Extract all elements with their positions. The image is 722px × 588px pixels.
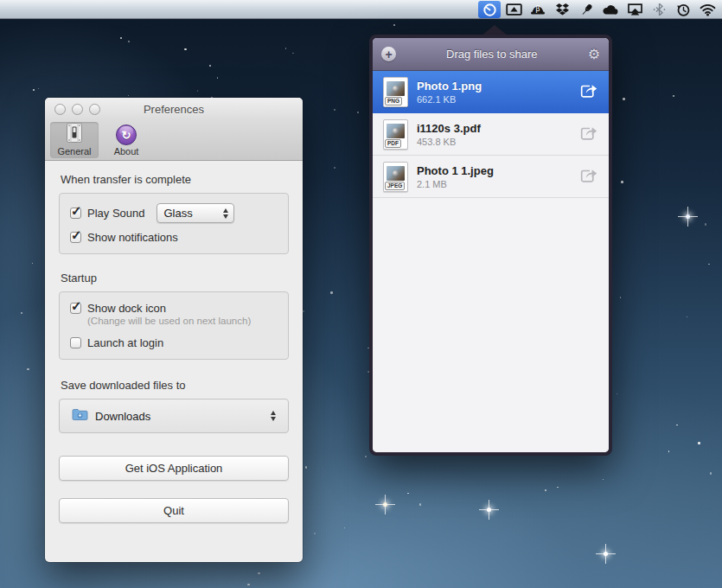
checkmark-icon: ✓ bbox=[71, 227, 82, 243]
drop-area[interactable] bbox=[373, 198, 609, 452]
tab-about[interactable]: ↻ About bbox=[102, 122, 150, 158]
file-name: i1120s 3.pdf bbox=[417, 122, 570, 135]
show-notifications-label: Show notifications bbox=[87, 231, 178, 244]
file-type-icon: PDF bbox=[383, 119, 408, 150]
file-badge: PDF bbox=[385, 139, 401, 148]
startup-section-label: Startup bbox=[61, 272, 289, 284]
tab-general-label: General bbox=[57, 146, 91, 157]
file-row[interactable]: PNG Photo 1.png 662.1 KB bbox=[373, 71, 609, 113]
share-icon[interactable] bbox=[578, 124, 598, 145]
menu-item-airplay[interactable] bbox=[623, 0, 647, 19]
file-name: Photo 1.png bbox=[417, 80, 570, 93]
save-folder-value: Downloads bbox=[95, 410, 150, 423]
transfer-groupbox: ✓ Play Sound Glass ✓ Show notifications bbox=[59, 193, 289, 254]
window-title: Preferences bbox=[144, 103, 204, 116]
launch-at-login-label: Launch at login bbox=[87, 336, 163, 349]
bluetooth-icon bbox=[652, 3, 667, 16]
plus-icon: + bbox=[385, 48, 392, 61]
checkmark-icon: ✓ bbox=[71, 203, 82, 219]
stepper-arrows-icon bbox=[211, 208, 228, 219]
share-app-icon bbox=[482, 3, 497, 17]
menu-item-dropbox[interactable] bbox=[550, 0, 574, 19]
file-type-icon: PNG bbox=[383, 77, 408, 107]
tab-general[interactable]: General bbox=[50, 122, 99, 158]
save-folder-select[interactable]: Downloads bbox=[59, 399, 289, 433]
show-dock-icon-label: Show dock icon bbox=[87, 302, 166, 315]
file-name: Photo 1 1.jpeg bbox=[417, 164, 570, 177]
switch-icon bbox=[64, 122, 85, 146]
gear-icon: ⚙ bbox=[588, 47, 600, 61]
cloud-icon bbox=[602, 3, 619, 16]
menu-bar-extras: β bbox=[477, 0, 719, 19]
menu-item-wifi[interactable] bbox=[695, 0, 719, 19]
share-icon[interactable] bbox=[578, 81, 598, 103]
stepper-arrows-icon bbox=[259, 411, 276, 421]
downloads-folder-icon bbox=[72, 408, 88, 424]
eject-box-icon bbox=[506, 3, 522, 16]
preferences-toolbar: General ↻ About bbox=[45, 120, 303, 161]
save-section-label: Save downloaded files to bbox=[61, 379, 289, 392]
show-notifications-checkbox[interactable]: ✓ bbox=[70, 232, 81, 243]
sound-select-value: Glass bbox=[164, 207, 193, 220]
wifi-icon bbox=[700, 3, 716, 16]
sound-select[interactable]: Glass bbox=[157, 203, 234, 223]
menu-item-bluetooth[interactable] bbox=[647, 0, 671, 19]
checkmark-icon: ✓ bbox=[71, 298, 82, 314]
time-machine-icon bbox=[676, 3, 691, 17]
share-popover: + Drag files to share ⚙ PNG Photo 1.png … bbox=[369, 35, 612, 456]
menu-item-beta-hat[interactable]: β bbox=[526, 0, 550, 19]
show-dock-icon-checkbox[interactable]: ✓ bbox=[70, 303, 81, 314]
file-row[interactable]: PDF i1120s 3.pdf 453.8 KB bbox=[373, 113, 609, 156]
menu-item-share-app[interactable] bbox=[478, 1, 501, 18]
tab-about-label: About bbox=[114, 146, 139, 157]
title-bar[interactable]: Preferences bbox=[45, 98, 303, 120]
airplay-icon bbox=[627, 3, 643, 16]
quit-button[interactable]: Quit bbox=[59, 498, 289, 523]
dock-change-note: (Change will be used on next launch) bbox=[87, 316, 278, 326]
popover-frame: + Drag files to share ⚙ PNG Photo 1.png … bbox=[369, 35, 612, 456]
menu-bar: β bbox=[0, 0, 722, 19]
file-size: 662.1 KB bbox=[417, 94, 570, 105]
menu-item-pin[interactable] bbox=[574, 0, 598, 19]
preferences-window: Preferences General ↻ About bbox=[45, 98, 303, 562]
file-row[interactable]: JPEG Photo 1 1.jpeg 2.1 MB bbox=[373, 156, 609, 198]
popover-header: + Drag files to share ⚙ bbox=[373, 38, 609, 71]
menu-item-cloud[interactable] bbox=[598, 0, 623, 19]
beta-hat-icon: β bbox=[530, 3, 546, 16]
popover-title: Drag files to share bbox=[396, 48, 588, 61]
close-button[interactable] bbox=[54, 104, 66, 115]
add-file-button[interactable]: + bbox=[381, 47, 396, 61]
dropbox-icon bbox=[555, 3, 570, 16]
startup-groupbox: ✓ Show dock icon (Change will be used on… bbox=[59, 291, 289, 360]
get-ios-application-button[interactable]: Get iOS Application bbox=[59, 456, 289, 481]
play-sound-label: Play Sound bbox=[87, 207, 145, 220]
menu-item-time-machine[interactable] bbox=[671, 0, 695, 19]
svg-text:β: β bbox=[535, 4, 540, 13]
minimize-button[interactable] bbox=[72, 104, 83, 115]
play-sound-checkbox[interactable]: ✓ bbox=[70, 208, 81, 219]
zoom-button[interactable] bbox=[89, 104, 100, 115]
pin-icon bbox=[579, 3, 594, 17]
file-size: 453.8 KB bbox=[417, 137, 570, 147]
preferences-content: When transfer is complete ✓ Play Sound G… bbox=[45, 173, 303, 523]
file-type-icon: JPEG bbox=[383, 162, 408, 192]
settings-button[interactable]: ⚙ bbox=[588, 48, 600, 61]
file-badge: PNG bbox=[385, 97, 402, 105]
transfer-section-label: When transfer is complete bbox=[61, 173, 289, 186]
launch-at-login-checkbox[interactable]: ✓ bbox=[70, 337, 81, 348]
about-icon: ↻ bbox=[116, 125, 137, 145]
menu-item-eject-box[interactable] bbox=[502, 0, 526, 19]
file-badge: JPEG bbox=[385, 182, 405, 190]
share-icon[interactable] bbox=[578, 166, 598, 188]
traffic-lights bbox=[54, 104, 100, 115]
file-size: 2.1 MB bbox=[417, 179, 570, 189]
